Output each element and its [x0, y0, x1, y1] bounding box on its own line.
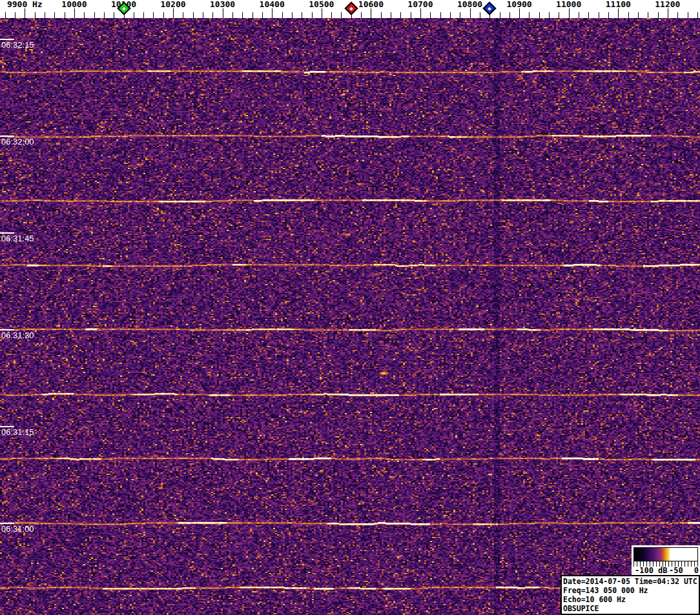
waterfall-display: 9900 Hz100001010010200103001040010500106…: [0, 0, 700, 615]
freq-tick-major: [569, 8, 570, 18]
freq-tick-minor: [35, 12, 36, 18]
freq-tick-major: [223, 8, 223, 18]
freq-tick-minor: [15, 12, 15, 18]
freq-tick-minor: [183, 12, 183, 18]
color-scale-gradient-bar: [633, 547, 698, 561]
blue-marker-diamond[interactable]: [483, 1, 497, 15]
time-label: 06:31:30: [1, 331, 34, 340]
freq-tick-label: 10000: [61, 0, 87, 9]
freq-tick-minor: [282, 12, 283, 18]
freq-tick-label: 10200: [160, 0, 185, 9]
freq-tick-label: 10300: [210, 0, 235, 9]
freq-tick-minor: [193, 12, 194, 18]
info-freq-line: Freq=143 050 000 Hz: [563, 586, 697, 595]
freq-tick-major: [173, 8, 174, 18]
freq-tick-label: 10500: [309, 0, 334, 9]
freq-tick-minor: [153, 12, 154, 18]
freq-tick-minor: [302, 12, 302, 18]
freq-tick-minor: [697, 12, 698, 18]
scale-label-min: -100 dB: [635, 566, 668, 575]
freq-tick-minor: [381, 12, 382, 18]
spectrogram-canvas: [0, 18, 700, 615]
freq-tick-minor: [549, 12, 550, 18]
freq-tick-label: 11100: [606, 0, 631, 9]
freq-tick-minor: [677, 12, 678, 18]
freq-tick-label: 10800: [457, 0, 482, 9]
freq-tick-minor: [480, 12, 480, 18]
freq-tick-minor: [65, 12, 65, 18]
marker-center-dot: [349, 6, 353, 10]
freq-tick-minor: [134, 12, 134, 18]
freq-tick-minor: [391, 12, 391, 18]
frequency-axis: 9900 Hz100001010010200103001040010500106…: [0, 0, 700, 18]
freq-tick-minor: [232, 12, 233, 18]
freq-tick-minor: [361, 12, 362, 18]
freq-tick-major: [519, 8, 520, 18]
freq-tick-minor: [54, 12, 55, 18]
freq-tick-minor: [529, 12, 530, 18]
info-station-line: OBSUPICE: [563, 604, 697, 613]
freq-tick-minor: [658, 12, 659, 18]
time-label: 06:31:45: [1, 234, 34, 243]
info-echo-line: Echo=10 600 Hz: [563, 595, 697, 604]
freq-tick-major: [371, 8, 371, 18]
freq-tick-minor: [400, 12, 401, 18]
info-box: Date=2014-07-05 Time=04:32 UTC Freq=143 …: [561, 575, 700, 615]
freq-tick-minor: [638, 12, 639, 18]
freq-tick-major: [470, 8, 471, 18]
freq-tick-minor: [312, 12, 313, 18]
freq-tick-minor: [242, 12, 243, 18]
freq-tick-minor: [143, 12, 144, 18]
freq-tick-label: 10400: [260, 0, 285, 9]
freq-tick-minor: [411, 12, 411, 18]
freq-tick-major: [618, 8, 619, 18]
red-marker-diamond[interactable]: [344, 1, 358, 15]
scale-label-mid: -50: [669, 566, 683, 575]
freq-tick-minor: [45, 12, 45, 18]
freq-tick-minor: [539, 12, 540, 18]
freq-tick-label: 10700: [407, 0, 433, 9]
freq-tick-minor: [163, 12, 164, 18]
marker-center-dot: [488, 6, 491, 10]
freq-tick-minor: [114, 12, 114, 18]
freq-tick-minor: [203, 12, 203, 18]
freq-tick-minor: [252, 12, 253, 18]
freq-tick-minor: [688, 12, 688, 18]
time-label: 06:32:15: [1, 41, 34, 50]
info-date-line: Date=2014-07-05 Time=04:32 UTC: [563, 577, 697, 586]
freq-tick-label: 10600: [358, 0, 384, 9]
freq-tick-minor: [450, 12, 451, 18]
color-scale-legend: -100 dB -50 0: [632, 545, 700, 576]
freq-tick-minor: [331, 12, 332, 18]
freq-tick-minor: [430, 12, 431, 18]
freq-tick-label: 11200: [655, 0, 680, 9]
freq-tick-major: [668, 8, 668, 18]
time-label: 06:31:00: [1, 525, 34, 534]
freq-tick-minor: [559, 12, 559, 18]
freq-tick-minor: [440, 12, 441, 18]
freq-tick-minor: [628, 12, 629, 18]
freq-tick-minor: [460, 12, 460, 18]
freq-tick-major: [74, 8, 75, 18]
freq-tick-minor: [510, 12, 510, 18]
freq-tick-minor: [84, 12, 85, 18]
time-label: 06:32:00: [1, 137, 34, 146]
freq-tick-minor: [292, 12, 293, 18]
freq-tick-major: [25, 8, 25, 18]
freq-tick-minor: [579, 12, 579, 18]
freq-tick-label: 9900 Hz: [7, 0, 43, 9]
freq-tick-minor: [599, 12, 599, 18]
freq-tick-minor: [94, 12, 95, 18]
freq-tick-minor: [648, 12, 648, 18]
freq-tick-minor: [341, 12, 342, 18]
freq-tick-major: [272, 8, 273, 18]
marker-center-dot: [122, 6, 126, 10]
freq-tick-major: [322, 8, 322, 18]
freq-tick-minor: [262, 12, 263, 18]
scale-label-max: 0: [694, 566, 699, 575]
freq-tick-minor: [500, 12, 500, 18]
freq-tick-minor: [588, 12, 589, 18]
time-label: 06:31:15: [1, 428, 34, 437]
freq-tick-minor: [212, 12, 213, 18]
freq-tick-minor: [608, 12, 609, 18]
